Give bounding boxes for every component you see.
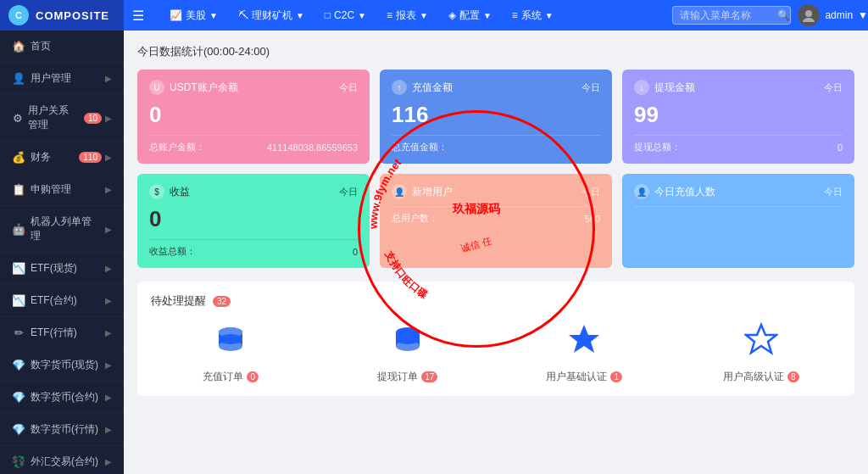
pending-item-withdraw[interactable]: 提现订单 17: [328, 322, 488, 384]
logo-icon: C: [8, 5, 29, 25]
sidebar-item-robot[interactable]: 🤖 机器人列单管理 ▶: [0, 206, 124, 253]
nav-menu: 📈 美股 ▼ ⛏ 理财矿机 ▼ □ C2C ▼ ≡ 报表 ▼ ◈ 配置 ▼ ≡ …: [153, 5, 672, 26]
nav-item-理财矿机[interactable]: ⛏ 理财矿机 ▼: [230, 5, 313, 26]
etf-market-icon: ✏: [12, 326, 25, 339]
stat-card-usdt: U USDT账户余额 今日 0 总账户金额： 411148038.8655965…: [137, 70, 370, 164]
today-recharge-title: 今日充值人数: [654, 185, 715, 199]
sidebar: 🏠 首页 👤 用户管理 ▶ ⚙ 用户关系管理 10 ▶ 💰 财务: [0, 31, 124, 474]
logo-area: C COMPOSITE: [0, 0, 124, 31]
usdt-footer-label: 总账户金额：: [149, 141, 205, 153]
sidebar-item-users[interactable]: 👤 用户管理 ▶: [0, 63, 124, 95]
gear-icon: ⚙: [12, 112, 23, 125]
sidebar-item-etf-contract[interactable]: 📉 ETF(合约) ▶: [0, 285, 124, 317]
sidebar-item-crypto-spot[interactable]: 💎 数字货币(现货) ▶: [0, 349, 124, 382]
stat-card-income: $ 收益 今日 0 收益总额： 0: [137, 174, 370, 268]
chevron-icon: ▶: [105, 296, 112, 305]
today-recharge-icon: 👤: [634, 184, 649, 199]
sidebar-item-finance[interactable]: 💰 财务 110 ▶: [0, 142, 124, 174]
chevron-icon: ▶: [105, 328, 112, 337]
withdraw-icon: ↓: [634, 80, 649, 95]
income-value: 0: [149, 206, 358, 232]
recharge-value: 116: [392, 102, 600, 128]
etf-spot-icon: 📉: [12, 262, 25, 275]
svg-marker-16: [746, 325, 776, 353]
pending-badge: 32: [213, 296, 231, 307]
forex-contract-icon: 💱: [12, 455, 25, 468]
nav-item-系统[interactable]: ≡ 系统 ▼: [504, 5, 562, 26]
avatar: [798, 4, 820, 26]
sidebar-item-etf-spot[interactable]: 📉 ETF(现货) ▶: [0, 253, 124, 285]
svg-point-5: [803, 18, 815, 22]
nav-item-美股[interactable]: 📈 美股 ▼: [161, 5, 226, 26]
pending-item-advanced-auth[interactable]: 用户高级认证 8: [682, 322, 842, 384]
robot-icon: 🤖: [12, 223, 25, 236]
chevron-icon: ▶: [105, 185, 112, 194]
home-icon: 🏠: [12, 40, 25, 53]
chevron-icon: ▶: [105, 393, 112, 402]
recharge-order-badge: 0: [247, 371, 259, 382]
sidebar-item-purchase[interactable]: 📋 申购管理 ▶: [0, 174, 124, 206]
recharge-order-label: 充值订单 0: [203, 370, 259, 384]
hamburger-icon[interactable]: ☰: [124, 8, 153, 24]
nav-report-icon: ≡: [387, 9, 392, 21]
user-name: admin: [825, 9, 853, 21]
svg-marker-15: [569, 325, 599, 353]
new-users-footer-label: 总用户数：: [392, 212, 438, 225]
income-icon: $: [149, 184, 164, 199]
etf-contract-icon: 📉: [12, 294, 25, 307]
nav-item-c2c[interactable]: □ C2C ▼: [316, 6, 375, 25]
sidebar-item-forex-contract[interactable]: 💱 外汇交易(合约) ▶: [0, 446, 124, 474]
income-date: 今日: [339, 186, 358, 198]
user-dropdown-icon: ▼: [858, 9, 868, 21]
user-area[interactable]: admin ▼: [798, 4, 868, 26]
income-footer-value: 0: [353, 247, 358, 257]
withdraw-footer-value: 0: [837, 142, 843, 153]
new-users-date: 今日: [581, 186, 600, 198]
recharge-date: 今日: [581, 81, 600, 94]
new-users-footer-value: 560: [585, 214, 600, 224]
nav-c2c-icon: □: [325, 9, 331, 21]
pending-item-recharge[interactable]: 充值订单 0: [151, 322, 311, 384]
advanced-auth-icon: [744, 322, 778, 363]
today-recharge-date: 今日: [824, 186, 843, 198]
main-layout: 🏠 首页 👤 用户管理 ▶ ⚙ 用户关系管理 10 ▶ 💰 财务: [0, 31, 868, 474]
pending-section: 待处理提醒 32 充值订单: [137, 282, 854, 396]
sidebar-item-crypto-contract[interactable]: 💎 数字货币(合约) ▶: [0, 382, 124, 414]
sidebar-item-user-relations[interactable]: ⚙ 用户关系管理 10 ▶: [0, 95, 124, 142]
search-box: 🔍: [672, 6, 791, 25]
nav-mining-icon: ⛏: [238, 9, 248, 21]
advanced-auth-badge: 8: [787, 371, 799, 382]
nav-item-报表[interactable]: ≡ 报表 ▼: [378, 5, 437, 26]
nav-config-icon: ◈: [448, 9, 456, 21]
nav-arrow: ▼: [420, 11, 428, 20]
stat-card-recharge: ↑ 充值金额 今日 116 总充值金额：: [380, 70, 612, 164]
income-footer-label: 收益总额：: [149, 245, 196, 258]
search-input[interactable]: [680, 9, 773, 21]
chevron-icon: ▶: [105, 425, 112, 434]
usdt-date: 今日: [339, 81, 358, 94]
pending-item-basic-auth[interactable]: 用户基础认证 1: [504, 322, 665, 384]
stat-card-new-users: 👤 新增用户 今日 总用户数： 560: [380, 174, 612, 268]
usdt-footer-value: 411148038.86559653: [267, 142, 358, 153]
chevron-icon: ▶: [105, 153, 112, 162]
content-area: 今日数据统计(00:00-24:00) U USDT账户余额 今日 0 总账户金…: [124, 31, 868, 474]
user-relations-badge: 10: [84, 113, 102, 124]
usdt-icon: U: [149, 80, 164, 95]
sidebar-item-home[interactable]: 🏠 首页: [0, 31, 124, 63]
chevron-icon: ▶: [105, 264, 112, 273]
nav-arrow: ▼: [209, 11, 218, 20]
stats-row-2: $ 收益 今日 0 收益总额： 0 👤 新增用户: [137, 174, 854, 268]
nav-arrow: ▼: [545, 11, 554, 20]
advanced-auth-label: 用户高级认证 8: [723, 370, 799, 384]
chevron-icon: ▶: [105, 114, 112, 123]
sidebar-item-crypto-market[interactable]: 💎 数字货币(行情) ▶: [0, 414, 124, 446]
withdraw-footer-label: 提现总额：: [634, 141, 681, 153]
nav-item-配置[interactable]: ◈ 配置 ▼: [440, 5, 500, 26]
recharge-title: 充值金额: [412, 81, 453, 95]
finance-badge: 110: [79, 152, 102, 163]
sidebar-item-etf-market[interactable]: ✏ ETF(行情) ▶: [0, 317, 124, 349]
usdt-value: 0: [149, 102, 358, 128]
withdraw-date: 今日: [824, 81, 843, 94]
chevron-icon: ▶: [105, 225, 112, 234]
basic-auth-icon: [567, 322, 601, 363]
